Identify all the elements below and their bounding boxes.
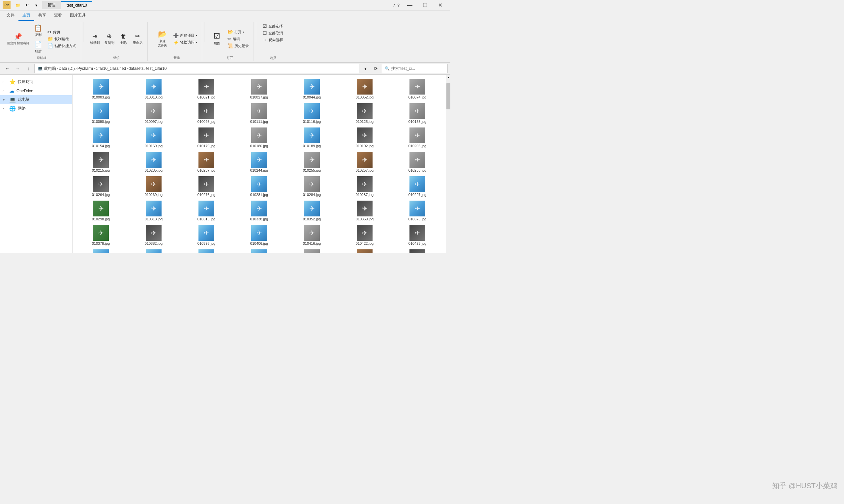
- sidebar-item-this-pc[interactable]: ∨ 💻 此电脑: [0, 95, 72, 104]
- copy-btn[interactable]: 📋 复制: [32, 23, 45, 38]
- list-item[interactable]: ✈010021.jpg: [181, 77, 232, 101]
- minimize-btn[interactable]: —: [402, 0, 417, 11]
- list-item[interactable]: ✈010477.jpg: [234, 248, 285, 253]
- path-pycharm[interactable]: Pycharm: [77, 66, 93, 71]
- list-item[interactable]: ✈010180.jpg: [234, 126, 285, 149]
- list-item[interactable]: ✈010027.jpg: [234, 77, 285, 101]
- list-item[interactable]: ✈010416.jpg: [286, 224, 338, 247]
- path-data[interactable]: Data (D:): [59, 66, 75, 71]
- list-item[interactable]: ✈010169.jpg: [128, 126, 179, 149]
- scroll-thumb[interactable]: [446, 83, 450, 109]
- rename-btn[interactable]: ✏ 重命名: [131, 31, 145, 47]
- list-item[interactable]: ✈010382.jpg: [128, 224, 179, 247]
- list-item[interactable]: ✈010098.jpg: [181, 102, 232, 125]
- scroll-up-btn[interactable]: ▲: [446, 75, 450, 79]
- sidebar-item-network[interactable]: › 🌐 网络: [0, 104, 72, 113]
- list-item[interactable]: ✈010338.jpg: [234, 199, 285, 222]
- list-item[interactable]: ✈010010.jpg: [128, 77, 179, 101]
- ribbon-tab-picture-tools[interactable]: 图片工具: [66, 11, 90, 21]
- list-item[interactable]: ✈010257.jpg: [339, 150, 390, 174]
- list-item[interactable]: ✈010269.jpg: [128, 175, 179, 198]
- list-item[interactable]: ✈010264.jpg: [75, 175, 126, 198]
- list-item[interactable]: ✈010097.jpg: [128, 102, 179, 125]
- path-cifar[interactable]: cifar10_classified: [96, 66, 126, 71]
- list-item[interactable]: ✈010284.jpg: [286, 175, 338, 198]
- invert-select-btn[interactable]: ↔ 反向选择: [261, 37, 285, 43]
- close-btn[interactable]: ✕: [433, 0, 448, 11]
- scrollbar[interactable]: ▲ ▼: [446, 75, 450, 253]
- quick-access-btn[interactable]: 📁: [13, 1, 22, 10]
- list-item[interactable]: ✈010052.jpg: [339, 77, 390, 101]
- pin-btn[interactable]: 📌 固定到 快速访问: [5, 31, 31, 47]
- list-item[interactable]: ✈010406.jpg: [234, 224, 285, 247]
- edit-btn[interactable]: ✏ 编辑: [225, 36, 251, 42]
- list-item[interactable]: ✈010298.jpg: [75, 199, 126, 222]
- list-item[interactable]: ✈010116.jpg: [286, 102, 338, 125]
- list-item[interactable]: ✈010491.jpg: [339, 248, 390, 253]
- path-test[interactable]: test_cifar10: [146, 66, 167, 71]
- deselect-all-btn[interactable]: ☐ 全部取消: [261, 30, 285, 36]
- list-item[interactable]: ✈010473.jpg: [181, 248, 232, 253]
- list-item[interactable]: ✈010154.jpg: [75, 126, 126, 149]
- list-item[interactable]: ✈010276.jpg: [181, 175, 232, 198]
- list-item[interactable]: ✈010189.jpg: [286, 126, 338, 149]
- list-item[interactable]: ✈010153.jpg: [392, 102, 443, 125]
- help-btn[interactable]: ?: [397, 3, 400, 7]
- refresh-btn[interactable]: ⟳: [371, 64, 380, 73]
- properties-btn[interactable]: ☑ 属性: [209, 31, 225, 47]
- path-datasets[interactable]: datasets: [128, 66, 143, 71]
- path-pc[interactable]: 此电脑: [44, 66, 56, 71]
- new-item-btn[interactable]: ➕ 新建项目 ▾: [171, 32, 199, 39]
- list-item[interactable]: ✈010423.jpg: [392, 224, 443, 247]
- list-item[interactable]: ✈010352.jpg: [286, 199, 338, 222]
- list-item[interactable]: ✈010258.jpg: [392, 150, 443, 174]
- copy-path-btn[interactable]: 📁 复制路径: [46, 36, 78, 42]
- up-btn[interactable]: ↑: [24, 64, 33, 73]
- sidebar-item-quick-access[interactable]: › ⭐ 快速访问: [0, 77, 72, 86]
- list-item[interactable]: ✈010287.jpg: [339, 175, 390, 198]
- copy-to-btn[interactable]: ⊕ 复制到: [103, 31, 116, 47]
- list-item[interactable]: ✈010496.jpg: [392, 248, 443, 253]
- open-btn[interactable]: 📂 打开 ▾: [225, 29, 251, 35]
- list-item[interactable]: ✈010281.jpg: [234, 175, 285, 198]
- list-item[interactable]: ✈010297.jpg: [392, 175, 443, 198]
- address-path[interactable]: 💻 此电脑 › Data (D:) › Pycharm › cifar10_cl…: [34, 64, 359, 73]
- list-item[interactable]: ✈010428.jpg: [75, 248, 126, 253]
- list-item[interactable]: ✈010111.jpg: [234, 102, 285, 125]
- list-item[interactable]: ✈010447.jpg: [128, 248, 179, 253]
- new-folder-btn[interactable]: 📂 新建文件夹: [155, 29, 170, 49]
- list-item[interactable]: ✈010376.jpg: [392, 199, 443, 222]
- list-item[interactable]: ✈010489.jpg: [286, 248, 338, 253]
- back-btn[interactable]: ←: [3, 64, 12, 73]
- list-item[interactable]: ✈010422.jpg: [339, 224, 390, 247]
- list-item[interactable]: ✈010237.jpg: [181, 150, 232, 174]
- list-item[interactable]: ✈010125.jpg: [339, 102, 390, 125]
- ribbon-tab-home[interactable]: 主页: [18, 11, 34, 21]
- list-item[interactable]: ✈010235.jpg: [128, 150, 179, 174]
- dropdown-path-btn[interactable]: ▾: [361, 64, 370, 73]
- list-item[interactable]: ✈010074.jpg: [392, 77, 443, 101]
- list-item[interactable]: ✈010192.jpg: [339, 126, 390, 149]
- list-item[interactable]: ✈010044.jpg: [286, 77, 338, 101]
- search-box[interactable]: 🔍 搜索"test_ci...: [382, 64, 448, 73]
- undo-btn[interactable]: ↶: [22, 1, 32, 10]
- cut-btn[interactable]: ✂ 剪切: [46, 29, 78, 35]
- ribbon-tab-view[interactable]: 查看: [50, 11, 66, 21]
- paste-btn[interactable]: 📄 粘贴: [32, 39, 45, 55]
- list-item[interactable]: ✈010244.jpg: [234, 150, 285, 174]
- sidebar-item-onedrive[interactable]: › ☁ OneDrive: [0, 86, 72, 95]
- dropdown-btn[interactable]: ▾: [32, 1, 41, 10]
- tab-test-cifar10[interactable]: test_cifar10: [61, 1, 92, 9]
- list-item[interactable]: ✈010206.jpg: [392, 126, 443, 149]
- list-item[interactable]: ✈010003.jpg: [75, 77, 126, 101]
- list-item[interactable]: ✈010215.jpg: [75, 150, 126, 174]
- select-all-btn[interactable]: ☑ 全部选择: [261, 23, 285, 29]
- ribbon-tab-file[interactable]: 文件: [3, 11, 18, 21]
- list-item[interactable]: ✈010090.jpg: [75, 102, 126, 125]
- list-item[interactable]: ✈010378.jpg: [75, 224, 126, 247]
- history-btn[interactable]: 📜 历史记录: [225, 42, 251, 49]
- maximize-btn[interactable]: ☐: [417, 0, 433, 11]
- list-item[interactable]: ✈010359.jpg: [339, 199, 390, 222]
- list-item[interactable]: ✈010315.jpg: [181, 199, 232, 222]
- move-to-btn[interactable]: ⇥ 移动到: [88, 31, 102, 47]
